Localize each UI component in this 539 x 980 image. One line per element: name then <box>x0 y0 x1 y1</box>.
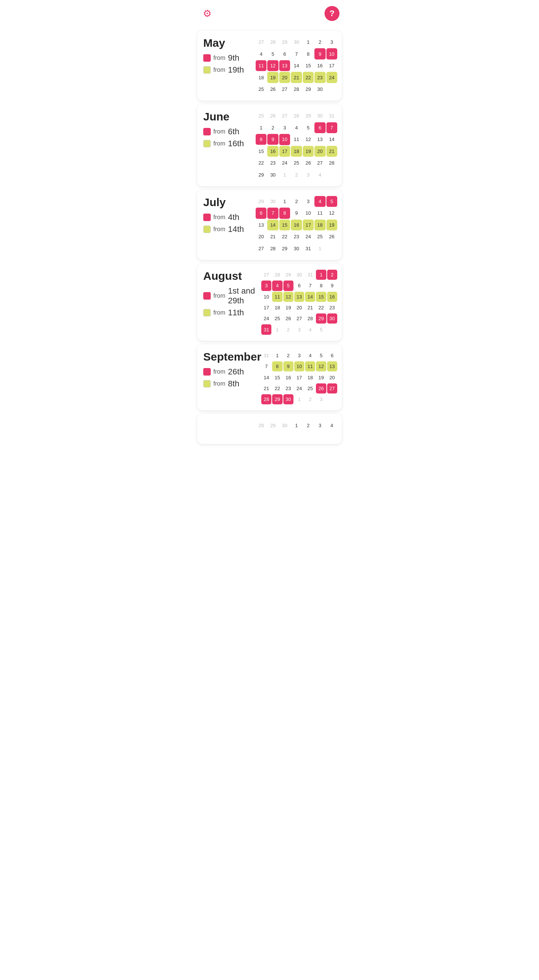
cal-cell: 1 <box>272 324 282 334</box>
cal-cell <box>326 84 337 95</box>
cal-cell: 30 <box>279 420 290 431</box>
cal-cell: 25 <box>256 84 266 95</box>
cal-cell: 17 <box>303 220 314 231</box>
cal-cell: 15 <box>256 146 266 157</box>
cal-cell: 29 <box>303 84 314 95</box>
legend-item: from 9th <box>203 53 252 63</box>
calendar-grid: 2728293031123456789101112131415161718192… <box>261 270 337 335</box>
cal-cell: 14 <box>261 372 271 382</box>
legend-color-yellow <box>203 66 211 74</box>
cal-cell: 24 <box>294 383 304 393</box>
cal-cell: 21 <box>267 231 278 242</box>
cal-cell: 12 <box>316 361 326 371</box>
cal-cell: 17 <box>326 60 337 71</box>
legend-from: from <box>213 140 225 147</box>
cal-cell: 20 <box>256 231 266 242</box>
cal-cell: 27 <box>256 243 266 254</box>
cal-cell: 2 <box>283 350 293 361</box>
cal-cell: 25 <box>272 313 282 323</box>
cal-cell: 3 <box>303 196 314 207</box>
cal-cell: 1 <box>272 350 282 361</box>
cal-cell: 17 <box>279 146 290 157</box>
cal-cell: 4 <box>291 123 302 133</box>
legend-value: 6th <box>228 127 239 137</box>
cal-cell: 8 <box>316 280 326 291</box>
cal-cell: 27 <box>256 37 266 48</box>
cal-cell: 9 <box>314 48 325 59</box>
cal-cell: 29 <box>279 243 290 254</box>
month-name: September <box>203 350 258 363</box>
calendar: 2526272829303112345678910111213141516171… <box>256 110 337 180</box>
cal-cell: 30 <box>267 169 278 180</box>
cal-cell: 30 <box>267 196 278 207</box>
calendar: 2930123456789101112131415161718192021222… <box>256 196 337 254</box>
cal-cell: 9 <box>291 208 302 218</box>
cal-cell: 28 <box>305 313 315 323</box>
partial-month-card: 28 29 30 1 2 3 4 <box>197 414 342 444</box>
cal-cell <box>326 243 337 254</box>
cal-cell: 3 <box>261 280 271 291</box>
cal-cell: 13 <box>294 292 304 302</box>
cal-cell: 6 <box>279 48 290 59</box>
cal-cell: 22 <box>279 231 290 242</box>
cal-cell: 23 <box>291 231 302 242</box>
cal-cell: 7 <box>326 123 337 133</box>
cal-cell: 19 <box>316 372 326 382</box>
cal-cell: 19 <box>303 146 314 157</box>
cal-cell: 22 <box>316 302 326 313</box>
cal-cell: 15 <box>316 292 326 302</box>
cal-cell: 8 <box>256 134 266 145</box>
legend-color-pink <box>203 54 211 62</box>
cal-cell: 28 <box>272 270 282 280</box>
cal-cell: 7 <box>261 361 271 371</box>
legend-value: 9th <box>228 53 239 63</box>
cal-cell: 12 <box>283 292 293 302</box>
cal-cell: 28 <box>267 243 278 254</box>
cal-cell: 13 <box>256 220 266 231</box>
legend-color-yellow <box>203 309 211 317</box>
cal-cell: 29 <box>267 420 278 431</box>
cal-cell: 1 <box>279 169 290 180</box>
help-icon[interactable]: ? <box>325 6 340 21</box>
cal-cell: 23 <box>283 383 293 393</box>
cal-cell: 30 <box>283 394 293 404</box>
calendar: 2728293012345678910111213141516171819202… <box>256 37 337 95</box>
calendar: 2728293031123456789101112131415161718192… <box>261 270 337 335</box>
cal-cell: 15 <box>272 372 282 382</box>
cal-cell: 10 <box>303 208 314 218</box>
cal-cell: 30 <box>294 270 304 280</box>
cal-cell: 22 <box>256 158 266 168</box>
cal-cell: 1 <box>314 243 325 254</box>
cal-cell: 21 <box>326 146 337 157</box>
cal-cell: 2 <box>305 394 315 404</box>
cal-cell: 13 <box>327 361 337 371</box>
legend-from: from <box>213 214 225 221</box>
legend-value: 8th <box>228 379 239 389</box>
cal-cell <box>326 169 337 180</box>
cal-cell: 31 <box>261 324 271 334</box>
legend-item: from 4th <box>203 212 252 222</box>
settings-icon[interactable]: ⚙ <box>199 6 214 21</box>
cal-cell: 10 <box>261 292 271 302</box>
cal-cell: 12 <box>303 134 314 145</box>
cal-cell: 5 <box>326 196 337 207</box>
cal-cell: 2 <box>291 196 302 207</box>
cal-cell: 27 <box>261 270 271 280</box>
cal-cell: 22 <box>272 383 282 393</box>
cal-cell: 30 <box>291 243 302 254</box>
cal-cell: 23 <box>327 302 337 313</box>
cal-cell <box>327 394 337 404</box>
cal-cell: 1 <box>294 394 304 404</box>
cal-cell: 27 <box>294 313 304 323</box>
cal-cell: 24 <box>261 313 271 323</box>
cal-cell: 4 <box>256 48 266 59</box>
legend-item: from 19th <box>203 65 252 75</box>
cal-cell: 25 <box>291 158 302 168</box>
legend-color-pink <box>203 292 211 300</box>
cal-cell: 16 <box>314 60 325 71</box>
cal-cell: 26 <box>283 313 293 323</box>
cal-cell: 1 <box>303 37 314 48</box>
legend-color-pink <box>203 128 211 135</box>
legend-item: from 6th <box>203 127 252 137</box>
cal-cell: 15 <box>279 220 290 231</box>
